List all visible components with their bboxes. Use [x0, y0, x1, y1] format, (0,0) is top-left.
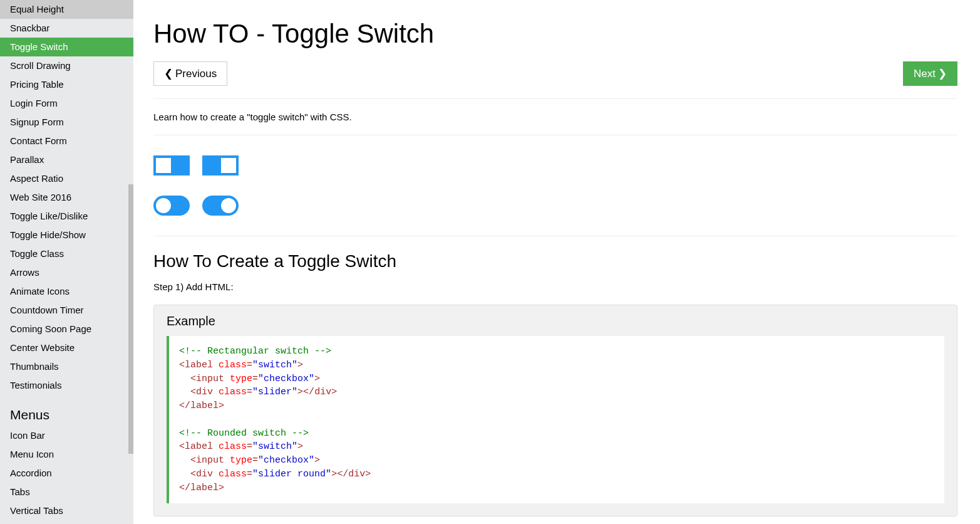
- code-block: <!-- Rectangular switch --> <label class…: [167, 336, 944, 503]
- sidebar-item[interactable]: Toggle Like/Dislike: [0, 207, 133, 226]
- next-button[interactable]: Next ❯: [903, 61, 957, 86]
- example-title: Example: [167, 314, 944, 328]
- sidebar-item[interactable]: Toggle Hide/Show: [0, 226, 133, 244]
- divider: [153, 236, 957, 236]
- intro-text: Learn how to create a "toggle switch" wi…: [153, 112, 957, 122]
- divider: [153, 135, 957, 135]
- sidebar-item[interactable]: Tab Headers: [0, 520, 133, 524]
- previous-label: Previous: [175, 68, 217, 80]
- example-box: Example <!-- Rectangular switch --> <lab…: [153, 305, 957, 516]
- toggle-switch-square-off[interactable]: [153, 155, 190, 176]
- sidebar-item[interactable]: Animate Icons: [0, 282, 133, 301]
- next-label: Next: [914, 68, 936, 80]
- sidebar-item[interactable]: Menu Icon: [0, 445, 133, 464]
- sidebar-item[interactable]: Center Website: [0, 338, 133, 357]
- main-content: How TO - Toggle Switch ❮ Previous Next ❯…: [133, 0, 980, 524]
- sidebar-item[interactable]: Vertical Tabs: [0, 501, 133, 520]
- sidebar-item[interactable]: Thumbnails: [0, 357, 133, 376]
- sidebar-item[interactable]: Aspect Ratio: [0, 169, 133, 188]
- previous-button[interactable]: ❮ Previous: [153, 61, 227, 86]
- sidebar-item[interactable]: Countdown Timer: [0, 301, 133, 320]
- page-title: How TO - Toggle Switch: [153, 19, 957, 49]
- sidebar: Equal HeightSnackbarToggle SwitchScroll …: [0, 0, 133, 524]
- sidebar-item[interactable]: Icon Bar: [0, 426, 133, 445]
- sidebar-item[interactable]: Parallax: [0, 150, 133, 169]
- chevron-right-icon: ❯: [938, 67, 947, 80]
- toggle-switch-round-on[interactable]: [202, 196, 239, 216]
- sidebar-item[interactable]: Pricing Table: [0, 75, 133, 94]
- sidebar-item[interactable]: Tabs: [0, 483, 133, 501]
- sidebar-item[interactable]: Login Form: [0, 94, 133, 113]
- toggle-switch-round-off[interactable]: [153, 196, 190, 216]
- toggle-switch-square-on[interactable]: [202, 155, 239, 176]
- divider: [153, 98, 957, 99]
- section-subtitle: How To Create a Toggle Switch: [153, 251, 957, 271]
- sidebar-item[interactable]: Snackbar: [0, 19, 133, 38]
- sidebar-item[interactable]: Testimonials: [0, 376, 133, 395]
- sidebar-item[interactable]: Equal Height: [0, 0, 133, 19]
- chevron-left-icon: ❮: [164, 67, 173, 80]
- step-1-text: Step 1) Add HTML:: [153, 281, 957, 292]
- sidebar-item[interactable]: Web Site 2016: [0, 188, 133, 207]
- sidebar-item[interactable]: Signup Form: [0, 113, 133, 132]
- sidebar-item[interactable]: Contact Form: [0, 132, 133, 150]
- sidebar-item[interactable]: Coming Soon Page: [0, 320, 133, 338]
- switch-demo-row-round: [153, 196, 957, 216]
- switch-demo-row-square: [153, 155, 957, 176]
- nav-buttons: ❮ Previous Next ❯: [153, 61, 957, 86]
- sidebar-item[interactable]: Arrows: [0, 263, 133, 282]
- sidebar-item[interactable]: Toggle Switch: [0, 38, 133, 56]
- sidebar-heading-menus: Menus: [0, 395, 133, 426]
- sidebar-item[interactable]: Scroll Drawing: [0, 56, 133, 75]
- sidebar-item[interactable]: Toggle Class: [0, 244, 133, 263]
- sidebar-item[interactable]: Accordion: [0, 464, 133, 483]
